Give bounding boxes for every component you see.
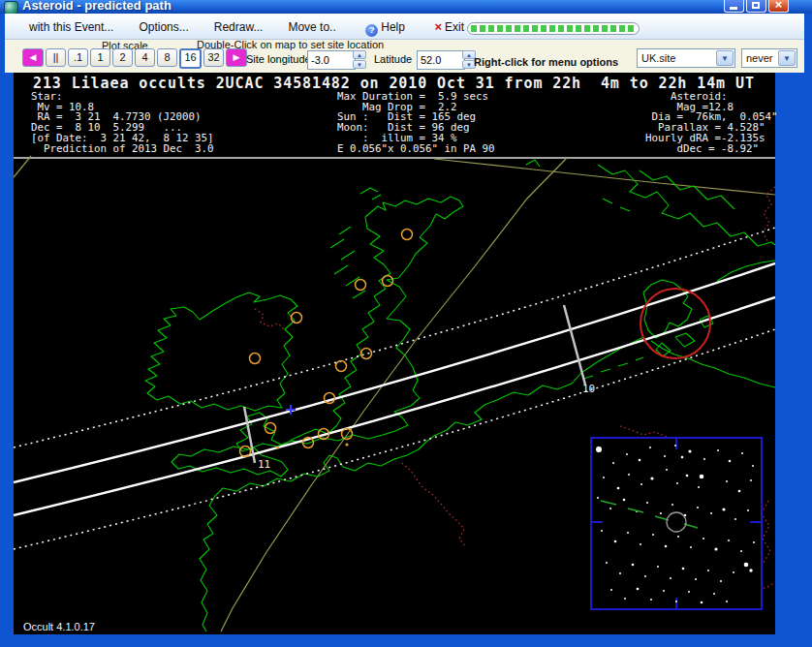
plot-scale-buttons: ◀||.112481632▶ bbox=[22, 48, 249, 69]
star bbox=[733, 571, 734, 573]
scale-step-left-button[interactable]: ◀ bbox=[22, 48, 44, 67]
scale-button-.1[interactable]: .1 bbox=[68, 48, 88, 67]
star bbox=[619, 572, 621, 574]
scale-button-16[interactable]: 16 bbox=[179, 48, 202, 69]
scale-button-||[interactable]: || bbox=[46, 48, 66, 67]
star bbox=[606, 562, 608, 564]
country-border bbox=[620, 426, 667, 437]
star bbox=[750, 479, 752, 481]
app-icon bbox=[4, 1, 18, 15]
spin-up-icon[interactable]: ▲ bbox=[353, 50, 366, 59]
progress-bar-fill bbox=[471, 25, 636, 32]
chevron-down-icon[interactable]: ▼ bbox=[778, 50, 796, 66]
star bbox=[628, 474, 630, 476]
star bbox=[671, 504, 673, 506]
close-button[interactable]: × bbox=[768, 0, 789, 13]
star bbox=[740, 550, 742, 552]
menu-item-2[interactable]: Redraw... bbox=[214, 20, 264, 34]
scale-button-1[interactable]: 1 bbox=[90, 48, 110, 67]
terminator-line bbox=[14, 156, 31, 177]
site-marker bbox=[402, 230, 413, 240]
menu-item-exit[interactable]: ×Exit bbox=[434, 19, 464, 34]
star bbox=[752, 465, 754, 467]
application-window: Asteroid - predicted path × with this Ev… bbox=[0, 0, 812, 647]
star bbox=[601, 530, 603, 532]
star bbox=[660, 512, 662, 514]
minimize-button[interactable] bbox=[724, 0, 744, 13]
star bbox=[695, 578, 697, 580]
minimize-icon bbox=[730, 7, 737, 10]
star bbox=[753, 541, 755, 543]
uncertainty-circle bbox=[640, 289, 710, 358]
star bbox=[637, 588, 640, 591]
star bbox=[663, 590, 665, 592]
scale-button-8[interactable]: 8 bbox=[157, 48, 177, 67]
star bbox=[726, 601, 728, 602]
redraw-mode-dropdown[interactable]: never ▼ bbox=[741, 48, 797, 68]
star bbox=[703, 538, 704, 539]
site-dot bbox=[276, 446, 279, 448]
star bbox=[623, 499, 626, 502]
scale-step-right-button[interactable]: ▶ bbox=[226, 48, 247, 67]
star bbox=[688, 591, 690, 593]
site-marker bbox=[240, 447, 251, 457]
site-file-dropdown[interactable]: UK.site ▼ bbox=[637, 48, 735, 68]
scale-button-2[interactable]: 2 bbox=[112, 48, 133, 67]
menu-item-1[interactable]: Options... bbox=[139, 20, 188, 34]
maximize-button[interactable] bbox=[746, 0, 766, 13]
progress-bar bbox=[467, 22, 640, 35]
star bbox=[650, 599, 652, 601]
chevron-down-icon[interactable]: ▼ bbox=[716, 50, 734, 66]
coastline bbox=[145, 293, 297, 411]
path-time-label: 10 bbox=[582, 383, 595, 395]
scale-button-32[interactable]: 32 bbox=[203, 48, 224, 67]
star bbox=[690, 546, 692, 548]
star bbox=[640, 483, 642, 485]
menu-item-3[interactable]: Move to.. bbox=[288, 20, 335, 34]
star bbox=[670, 577, 671, 579]
star bbox=[710, 512, 712, 514]
site-longitude-spinner[interactable]: ▲ ▼ bbox=[353, 50, 366, 70]
exit-label: Exit bbox=[445, 20, 464, 34]
maximize-icon bbox=[752, 2, 760, 9]
star bbox=[681, 456, 684, 459]
occultation-map[interactable]: 213 Lilaea occults 2UCAC 34581482 on 201… bbox=[14, 73, 775, 634]
help-icon: ? bbox=[365, 24, 378, 37]
site-longitude-label: Site longitude bbox=[246, 53, 311, 65]
latitude-label: Latitude bbox=[374, 53, 412, 65]
star bbox=[703, 458, 705, 460]
toolbar: Plot scale Double-Click on map to set si… bbox=[5, 40, 804, 73]
coastline bbox=[330, 160, 540, 298]
star bbox=[722, 508, 725, 510]
site-marker bbox=[336, 361, 347, 372]
star bbox=[728, 539, 730, 541]
site-longitude-input[interactable] bbox=[307, 50, 356, 70]
star bbox=[747, 509, 749, 511]
star bbox=[674, 445, 676, 447]
rightclick-hint-label: Right-click for menu options bbox=[474, 56, 618, 68]
path-time-label: 11 bbox=[258, 458, 270, 471]
circumstances-info-block: Max Duration = 5.9 secs Mag Drop = 2.2 S… bbox=[337, 92, 495, 154]
star bbox=[749, 569, 752, 571]
menu-item-0[interactable]: with this Event... bbox=[29, 20, 113, 34]
latitude-input[interactable] bbox=[417, 50, 465, 70]
star bbox=[614, 540, 617, 543]
title-bar[interactable]: Asteroid - predicted path × bbox=[0, 0, 812, 14]
star bbox=[738, 490, 741, 493]
redraw-mode-value: never bbox=[746, 52, 773, 64]
close-icon: × bbox=[769, 0, 788, 12]
menu-item-help[interactable]: ?Help bbox=[365, 20, 405, 37]
star bbox=[717, 449, 719, 451]
star bbox=[649, 447, 651, 448]
coastline bbox=[172, 197, 463, 477]
spin-down-icon[interactable]: ▼ bbox=[353, 60, 366, 69]
coastline bbox=[598, 165, 775, 246]
star-field-inset bbox=[591, 438, 762, 609]
star bbox=[744, 563, 749, 568]
country-border bbox=[762, 501, 770, 563]
site-file-value: UK.site bbox=[641, 52, 675, 64]
map-canvas[interactable] bbox=[14, 73, 775, 634]
scale-button-4[interactable]: 4 bbox=[135, 48, 155, 67]
star bbox=[603, 477, 605, 478]
exit-x-icon: × bbox=[434, 19, 442, 34]
